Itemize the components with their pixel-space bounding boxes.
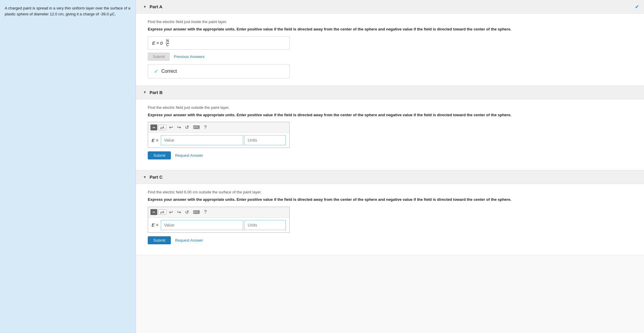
part-b-undo-btn[interactable]: ↩ bbox=[168, 124, 174, 131]
part-b-submit-button[interactable]: Submit bbox=[148, 151, 171, 159]
part-c-keyboard-btn[interactable]: ⌨ bbox=[192, 209, 201, 216]
part-c-header: ▼ Part C bbox=[136, 170, 644, 184]
part-c-express-text: Express your answer with the appropriate… bbox=[148, 197, 632, 203]
part-a-section: ▼ Part A ✔ Find the electric field just … bbox=[136, 0, 644, 86]
part-b-matrix-icon: ▪▪ bbox=[153, 125, 155, 130]
part-a-submit-button[interactable]: Submit bbox=[148, 53, 170, 61]
part-c-matrix-icon: ▪▪ bbox=[153, 210, 155, 214]
part-b-express-text: Express your answer with the appropriate… bbox=[148, 112, 632, 118]
part-a-body: Find the electric field just inside the … bbox=[136, 14, 644, 85]
part-b-toolbar-mu-btn[interactable]: μA bbox=[158, 125, 167, 130]
part-a-instruction: Find the electric field just inside the … bbox=[148, 20, 632, 24]
part-b-eq-label: E = bbox=[152, 138, 158, 143]
part-a-correct-check: ✓ bbox=[154, 68, 158, 75]
part-b-section: ▼ Part B Find the electric field just ou… bbox=[136, 86, 644, 171]
part-c-toolbar: ▪▪ μA ↩ ↪ ↺ ⌨ ? bbox=[148, 207, 289, 218]
part-b-header: ▼ Part B bbox=[136, 86, 644, 99]
main-content: ▼ Part A ✔ Find the electric field just … bbox=[136, 0, 644, 333]
part-c-eq-input-row: E = bbox=[148, 218, 289, 232]
part-a-answer-display: E = 0 N C bbox=[148, 36, 290, 50]
part-a-chevron[interactable]: ▼ bbox=[143, 5, 147, 9]
part-b-keyboard-btn[interactable]: ⌨ bbox=[192, 124, 201, 131]
part-c-value-input[interactable] bbox=[161, 220, 243, 230]
part-b-reset-btn[interactable]: ↺ bbox=[184, 124, 190, 131]
part-b-request-answer-link[interactable]: Request Answer bbox=[175, 153, 203, 158]
part-b-value-input[interactable] bbox=[161, 135, 243, 145]
part-a-header: ▼ Part A ✔ bbox=[136, 0, 644, 14]
part-c-body: Find the electric field 6.00 cm outside … bbox=[136, 184, 644, 255]
part-a-previous-answers-link[interactable]: Previous Answers bbox=[174, 54, 204, 59]
part-c-eq-container: ▪▪ μA ↩ ↪ ↺ ⌨ ? E = bbox=[148, 207, 290, 233]
part-b-chevron[interactable]: ▼ bbox=[143, 90, 147, 94]
part-a-unit-denominator: C bbox=[166, 43, 169, 47]
part-a-checkmark: ✔ bbox=[635, 4, 639, 10]
part-a-eq-label: E = 0 bbox=[152, 41, 163, 46]
part-b-redo-btn[interactable]: ↪ bbox=[176, 124, 182, 131]
part-b-help-btn[interactable]: ? bbox=[202, 124, 208, 131]
part-c-units-input[interactable] bbox=[244, 220, 286, 230]
part-c-toolbar-mu-btn[interactable]: μA bbox=[158, 209, 167, 215]
part-c-reset-btn[interactable]: ↺ bbox=[184, 209, 190, 216]
part-b-title: Part B bbox=[150, 90, 163, 95]
part-c-eq-label: E = bbox=[152, 222, 158, 227]
part-b-body: Find the electric field just outside the… bbox=[136, 99, 644, 170]
part-b-toolbar: ▪▪ μA ↩ ↪ ↺ ⌨ ? bbox=[148, 122, 289, 133]
part-b-instruction: Find the electric field just outside the… bbox=[148, 105, 632, 110]
part-c-mu-label: μA bbox=[160, 210, 165, 214]
part-c-chevron[interactable]: ▼ bbox=[143, 175, 147, 179]
part-a-unit-numerator: N bbox=[166, 39, 169, 43]
part-c-submit-row: Submit Request Answer bbox=[148, 236, 632, 244]
problem-text: A charged paint is spread in a very thin… bbox=[5, 5, 131, 17]
part-c-redo-btn[interactable]: ↪ bbox=[176, 209, 182, 216]
part-b-toolbar-matrix-btn[interactable]: ▪▪ bbox=[150, 125, 157, 130]
part-a-submit-row: Submit Previous Answers bbox=[148, 53, 632, 61]
part-a-correct-label: Correct bbox=[161, 69, 177, 74]
part-a-express-text: Express your answer with the appropriate… bbox=[148, 26, 632, 32]
part-a-title: Part A bbox=[150, 4, 163, 9]
part-a-unit-fraction: N C bbox=[166, 39, 169, 47]
part-c-title: Part C bbox=[150, 174, 163, 180]
part-c-toolbar-matrix-btn[interactable]: ▪▪ bbox=[150, 209, 157, 215]
part-b-mu-label: μA bbox=[160, 126, 165, 129]
part-b-units-input[interactable] bbox=[244, 135, 286, 145]
part-c-help-btn[interactable]: ? bbox=[202, 209, 208, 215]
part-c-submit-button[interactable]: Submit bbox=[148, 236, 171, 244]
problem-sidebar: A charged paint is spread in a very thin… bbox=[0, 0, 136, 333]
part-c-instruction: Find the electric field 6.00 cm outside … bbox=[148, 190, 632, 194]
part-c-section: ▼ Part C Find the electric field 6.00 cm… bbox=[136, 170, 644, 255]
part-c-undo-btn[interactable]: ↩ bbox=[168, 209, 174, 216]
part-c-request-answer-link[interactable]: Request Answer bbox=[175, 238, 203, 243]
part-b-submit-row: Submit Request Answer bbox=[148, 151, 632, 159]
part-b-eq-container: ▪▪ μA ↩ ↪ ↺ ⌨ ? E = bbox=[148, 122, 290, 148]
part-b-eq-input-row: E = bbox=[148, 133, 289, 148]
part-a-correct-box: ✓ Correct bbox=[148, 64, 290, 78]
